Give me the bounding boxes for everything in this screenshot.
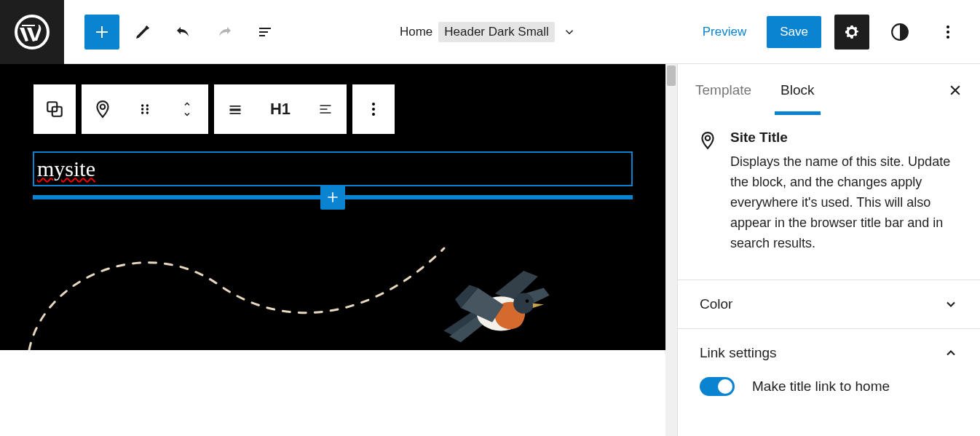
block-toolbar-group-block <box>82 84 208 134</box>
drag-handle[interactable] <box>124 84 166 134</box>
gear-icon <box>843 23 861 41</box>
plus-icon <box>325 190 340 205</box>
color-section-label: Color <box>700 296 732 312</box>
settings-sidebar: Template Block Site Title Displays the n… <box>677 64 980 436</box>
pin-icon <box>698 131 717 150</box>
link-settings-section-toggle[interactable]: Link settings <box>678 329 980 377</box>
svg-point-14 <box>372 108 375 111</box>
tab-template[interactable]: Template <box>695 66 751 114</box>
wordpress-icon <box>15 15 50 49</box>
editor-canvas-wrap: H1 mys <box>0 64 677 436</box>
close-sidebar-button[interactable] <box>948 83 963 98</box>
block-toolbar-group-parent <box>33 84 76 134</box>
link-to-home-toggle-label: Make title link to home <box>752 378 890 395</box>
topbar-left-tools <box>64 15 282 49</box>
site-title-block[interactable]: mysite <box>33 151 633 186</box>
svg-point-12 <box>146 111 149 114</box>
svg-point-7 <box>141 104 143 106</box>
site-title-text[interactable]: mysite <box>37 156 95 181</box>
topbar-right-tools: Preview Save <box>695 15 980 49</box>
svg-point-8 <box>146 104 149 106</box>
svg-point-10 <box>146 108 149 110</box>
group-icon <box>45 100 64 119</box>
topbar: Home Header Dark Small Preview Save <box>0 0 980 64</box>
block-more-options-button[interactable] <box>352 84 395 134</box>
drag-icon <box>138 102 152 116</box>
link-to-home-toggle-row: Make title link to home <box>678 377 980 411</box>
pin-icon <box>93 100 112 119</box>
color-section-toggle[interactable]: Color <box>678 280 980 328</box>
chevron-up-icon <box>181 100 193 108</box>
kebab-icon <box>939 23 957 41</box>
align-button[interactable] <box>214 84 256 134</box>
breadcrumb-current[interactable]: Header Dark Small <box>438 22 555 42</box>
list-view-icon <box>256 23 274 41</box>
block-info-section: Site Title Displays the name of this sit… <box>678 116 980 261</box>
svg-point-4 <box>947 36 949 39</box>
styles-button[interactable] <box>882 15 917 49</box>
svg-point-18 <box>526 299 529 303</box>
kebab-icon <box>365 100 382 118</box>
tab-block[interactable]: Block <box>781 66 814 114</box>
undo-button[interactable] <box>166 15 201 49</box>
text-align-button[interactable] <box>304 84 347 134</box>
breadcrumb: Home Header Dark Small <box>282 22 695 42</box>
plus-icon <box>93 23 111 41</box>
align-wide-icon <box>226 102 245 116</box>
link-to-home-toggle[interactable] <box>700 377 735 396</box>
chevron-down-icon <box>563 25 576 39</box>
align-left-icon <box>316 102 335 116</box>
wordpress-logo[interactable] <box>0 0 64 64</box>
chevron-down-icon <box>944 297 958 312</box>
block-toolbar: H1 <box>33 84 395 134</box>
scrollbar-thumb[interactable] <box>667 66 676 86</box>
close-icon <box>948 83 963 98</box>
block-toolbar-group-more <box>352 84 395 134</box>
preview-button[interactable]: Preview <box>695 16 754 48</box>
svg-point-9 <box>141 108 143 110</box>
add-block-button[interactable] <box>84 15 119 49</box>
more-options-button[interactable] <box>930 15 965 49</box>
link-settings-label: Link settings <box>700 345 777 361</box>
block-icon-button[interactable] <box>82 84 124 134</box>
block-inserter-line[interactable] <box>33 195 633 199</box>
block-toolbar-group-format: H1 <box>214 84 347 134</box>
list-view-button[interactable] <box>248 15 282 49</box>
bird-image <box>437 268 553 348</box>
block-inserter-button[interactable] <box>320 185 345 210</box>
svg-point-11 <box>141 111 143 114</box>
redo-icon <box>216 23 233 41</box>
chevron-up-icon <box>944 346 958 360</box>
toggle-knob <box>718 379 732 394</box>
select-parent-block-button[interactable] <box>33 84 76 134</box>
block-description: Displays the name of this site. Update t… <box>730 151 954 253</box>
breadcrumb-dropdown[interactable] <box>561 23 578 41</box>
svg-point-13 <box>372 103 375 106</box>
breadcrumb-home[interactable]: Home <box>400 25 432 39</box>
svg-point-15 <box>372 113 375 116</box>
edit-mode-button[interactable] <box>125 15 160 49</box>
svg-point-17 <box>513 293 534 314</box>
pencil-icon <box>134 23 151 41</box>
undo-icon <box>175 23 192 41</box>
heading-level-button[interactable]: H1 <box>256 84 304 134</box>
block-title: Site Title <box>730 130 954 146</box>
move-updown-buttons[interactable] <box>166 84 208 134</box>
chevron-down-icon <box>181 110 193 119</box>
save-button[interactable]: Save <box>767 16 821 48</box>
sidebar-tabs: Template Block <box>678 64 980 116</box>
contrast-circle-icon <box>890 23 909 41</box>
redo-button[interactable] <box>207 15 242 49</box>
canvas-scrollbar[interactable] <box>665 64 677 436</box>
editor-canvas[interactable]: H1 mys <box>0 64 665 350</box>
svg-point-3 <box>947 31 949 33</box>
heading-level-label: H1 <box>270 100 291 119</box>
svg-point-2 <box>947 25 949 28</box>
workspace: H1 mys <box>0 64 980 436</box>
settings-button[interactable] <box>834 15 869 49</box>
